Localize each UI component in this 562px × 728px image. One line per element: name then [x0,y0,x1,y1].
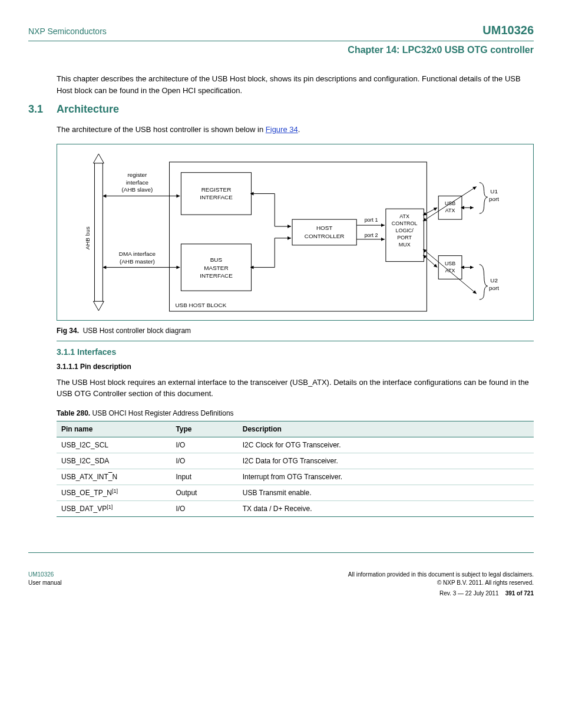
cell-pin: USB_I2C_SCL [57,437,171,453]
svg-rect-0 [94,162,103,302]
svg-text:port: port [489,285,499,291]
cell-pin: USB_I2C_SDA [57,453,171,469]
svg-text:port: port [489,196,499,202]
cell-desc: USB Transmit enable. [238,485,534,500]
footer-right: All information provided in this documen… [348,571,534,598]
header-company: NXP Semiconductors [28,27,107,36]
label-usb-host-block: USB HOST BLOCK [175,302,226,308]
svg-text:USB: USB [445,260,455,266]
cell-type: I/O [171,437,237,453]
cell-pin: USB_DAT_VP[1] [57,500,171,516]
section-title: Architecture [57,103,119,115]
table-caption: Table 280. USB OHCI Host Register Addres… [57,409,534,417]
svg-text:(AHB slave): (AHB slave) [121,186,153,193]
svg-text:INTERFACE: INTERFACE [200,272,233,279]
col-pin: Pin name [57,421,171,437]
svg-text:U2: U2 [490,277,498,284]
svg-text:U1: U1 [490,188,498,195]
svg-text:HOST: HOST [316,225,333,231]
svg-text:ATX: ATX [445,207,455,213]
table-row: USB_I2C_SDAI/OI2C Data for OTG Transceiv… [57,453,534,469]
svg-text:BUS: BUS [210,256,223,262]
usb-host-block-diagram: AHB bus USB HOST BLOCK REGISTER INTERFAC… [63,150,527,314]
section-num: 3.1 [28,103,57,116]
svg-text:interface: interface [126,179,148,185]
svg-line-46 [424,249,476,293]
cell-pin: USB_ATX_INT_N [57,469,171,485]
header-docid: UM10326 [482,24,534,37]
svg-text:DMA interface: DMA interface [119,250,156,256]
svg-text:LOGIC/: LOGIC/ [396,228,414,233]
figure-34: AHB bus USB HOST BLOCK REGISTER INTERFAC… [57,144,534,335]
subheading-interfaces: 3.1.1 Interfaces [57,347,534,357]
table-row: USB_DAT_VP[1]I/OTX data / D+ Receive. [57,500,534,516]
pins-table: Pin name Type Description USB_I2C_SCLI/O… [57,421,534,517]
svg-text:(AHB master): (AHB master) [120,258,155,264]
cell-desc: TX data / D+ Receive. [238,500,534,516]
svg-line-45 [424,186,476,220]
cell-desc: I2C Data for OTG Transceiver. [238,453,534,469]
intro-paragraph: This chapter describes the architecture … [57,73,534,96]
table-row: USB_ATX_INT_NInputInterrupt from OTG Tra… [57,469,534,485]
cell-pin: USB_OE_TP_N[1] [57,485,171,500]
svg-text:CONTROL: CONTROL [392,220,418,226]
svg-text:REGISTER: REGISTER [201,186,232,192]
svg-text:register: register [127,171,147,177]
table-row: USB_OE_TP_N[1]OutputUSB Transmit enable. [57,485,534,500]
svg-text:MASTER: MASTER [204,264,228,271]
footer-left: UM10326 User manual [28,571,62,598]
svg-line-42 [424,255,437,267]
cell-type: Input [171,469,237,485]
subheading-pin-description: 3.1.1.1 Pin description [57,363,534,371]
footer-rule [28,552,534,553]
label-ahb-bus: AHB bus [84,226,91,249]
svg-text:ATX: ATX [399,213,409,219]
cell-desc: I2C Clock for OTG Transceiver. [238,437,534,453]
svg-text:CONTROLLER: CONTROLLER [305,232,345,239]
header-subtitle: Chapter 14: LPC32x0 USB OTG controller [28,45,534,55]
svg-marker-1 [93,153,104,163]
svg-line-41 [424,207,437,215]
section-heading-architecture: 3.1Architecture [28,103,534,116]
cell-type: I/O [171,453,237,469]
table-header-row: Pin name Type Description [57,421,534,437]
figure-link[interactable]: Figure 34 [266,125,298,134]
svg-text:port 1: port 1 [365,217,378,223]
cell-type: Output [171,485,237,500]
figure-caption: Fig 34. USB Host controller block diagra… [57,327,534,335]
header-rule [28,41,534,41]
table-280: Table 280. USB OHCI Host Register Addres… [57,409,534,517]
svg-rect-3 [170,162,427,311]
cell-type: I/O [171,500,237,516]
page-header: NXP Semiconductors UM10326 [28,24,534,37]
svg-text:port 2: port 2 [365,232,378,238]
section-rule [57,341,534,341]
arch-paragraph: The architecture of the USB host control… [57,124,534,136]
svg-marker-2 [93,301,104,311]
svg-text:INTERFACE: INTERFACE [200,194,233,200]
col-desc: Description [238,421,534,437]
page-footer: UM10326 User manual All information prov… [28,571,534,598]
svg-text:ATX: ATX [445,267,455,273]
svg-text:MUX: MUX [399,241,411,247]
pin-desc-paragraph: The USB Host block requires an external … [57,377,534,400]
figure-border: AHB bus USB HOST BLOCK REGISTER INTERFAC… [57,144,534,321]
table-row: USB_I2C_SCLI/OI2C Clock for OTG Transcei… [57,437,534,453]
svg-text:PORT: PORT [397,234,412,240]
cell-desc: Interrupt from OTG Transceiver. [238,469,534,485]
col-type: Type [171,421,237,437]
